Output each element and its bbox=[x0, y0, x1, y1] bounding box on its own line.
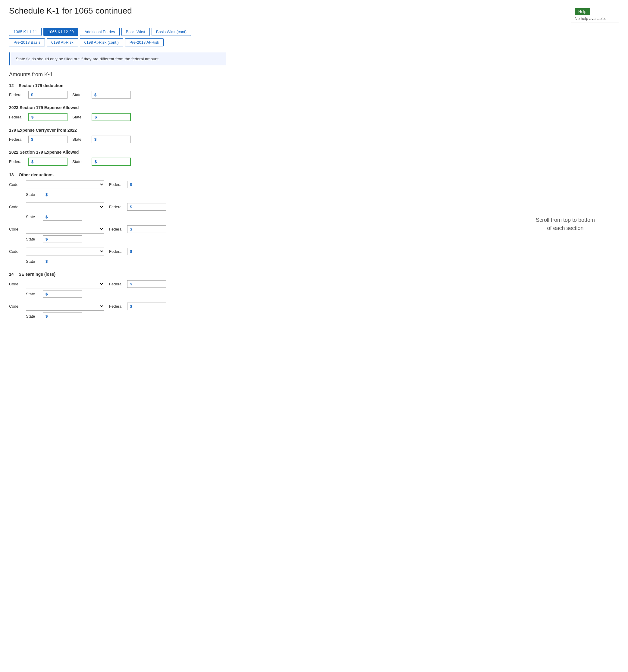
section-14-num: 14 bbox=[9, 272, 19, 277]
section-13-federal-input-4[interactable] bbox=[133, 249, 160, 254]
section-14-state-wrapper-1: $ bbox=[43, 290, 82, 298]
section-13-federal-input-1[interactable] bbox=[133, 182, 160, 187]
scroll-hint: Scroll from top to bottomof each section bbox=[536, 216, 595, 232]
section-12-state-input[interactable] bbox=[98, 93, 125, 97]
tab-1065-k1-12-20[interactable]: 1065 K1 12-20 bbox=[43, 28, 78, 36]
tabs-row-2: Pre-2018 Basis 6198 At-Risk 6198 At-Risk… bbox=[9, 38, 619, 46]
dollar-sign-13-1s: $ bbox=[46, 192, 48, 197]
section-13-state-row-3: State $ bbox=[9, 235, 619, 243]
section-13-code-select-1[interactable] bbox=[26, 180, 104, 189]
tab-basis-wkst-cont[interactable]: Basis Wkst (cont) bbox=[151, 28, 191, 36]
tab-1065-k1-1-11[interactable]: 1065 K1 1-11 bbox=[9, 28, 42, 36]
section-13-federal-input-3[interactable] bbox=[133, 227, 160, 232]
section-179-2022-federal-input[interactable] bbox=[35, 160, 62, 164]
section-12-num: 12 bbox=[9, 83, 19, 88]
section-13-code-select-2[interactable] bbox=[26, 202, 104, 211]
section-179-2023: 2023 Section 179 Expense Allowed Federal… bbox=[9, 105, 619, 121]
state-label-13-2: State bbox=[26, 215, 38, 219]
section-12-federal-input-wrapper: $ bbox=[28, 91, 68, 99]
code-label-13-2: Code bbox=[9, 205, 21, 209]
section-14: 14 SE earnings (loss) Code Federal $ Sta… bbox=[9, 272, 619, 320]
section-14-federal-wrapper-1: $ bbox=[127, 280, 166, 288]
section-13-federal-wrapper-3: $ bbox=[127, 225, 166, 233]
section-14-code-select-1[interactable] bbox=[26, 280, 104, 288]
section-14-code-row-1: Code Federal $ bbox=[9, 280, 619, 288]
section-13-num: 13 bbox=[9, 172, 19, 177]
section-179-carryover-state-wrapper: $ bbox=[92, 136, 131, 143]
amounts-section-title: Amounts from K-1 bbox=[9, 71, 619, 78]
section-179-2023-federal-row: Federal $ State $ bbox=[9, 113, 619, 121]
tab-additional-entries[interactable]: Additional Entries bbox=[80, 28, 119, 36]
section-179-2022-title: 2022 Section 179 Expense Allowed bbox=[9, 150, 619, 154]
dollar-sign-13-4f: $ bbox=[130, 249, 132, 254]
section-13-state-row-4: State $ bbox=[9, 258, 619, 265]
state-label-14-2: State bbox=[26, 314, 38, 318]
section-179-carryover-federal-input[interactable] bbox=[34, 137, 62, 142]
code-label-14-2: Code bbox=[9, 304, 21, 309]
section-179-2022-state-wrapper: $ bbox=[92, 158, 131, 166]
section-12-federal-input[interactable] bbox=[34, 93, 62, 97]
federal-label-13-2: Federal bbox=[109, 205, 122, 209]
code-label-13-1: Code bbox=[9, 182, 21, 187]
federal-label-carryover: Federal bbox=[9, 137, 24, 142]
state-label-13-4: State bbox=[26, 259, 38, 264]
section-13-code-select-3[interactable] bbox=[26, 225, 104, 234]
section-13-state-wrapper-2: $ bbox=[43, 213, 82, 221]
section-13-state-row-1: State $ bbox=[9, 191, 619, 198]
section-179-2023-federal-input[interactable] bbox=[35, 115, 62, 119]
federal-label-13-3: Federal bbox=[109, 227, 122, 232]
section-13-code-row-1: Code Federal $ bbox=[9, 180, 619, 189]
section-14-state-input-2[interactable] bbox=[49, 314, 76, 318]
section-13-state-wrapper-4: $ bbox=[43, 258, 82, 265]
section-14-state-input-1[interactable] bbox=[49, 292, 76, 296]
section-179-2022-federal-wrapper: $ bbox=[28, 158, 68, 166]
code-label-14-1: Code bbox=[9, 282, 21, 286]
federal-label-14-1: Federal bbox=[109, 282, 122, 286]
tab-basis-wkst[interactable]: Basis Wkst bbox=[121, 28, 150, 36]
section-179-carryover-state-input[interactable] bbox=[98, 137, 125, 142]
help-box: Help No help available. bbox=[571, 6, 619, 23]
section-14-code-select-2[interactable] bbox=[26, 302, 104, 311]
tab-6198-at-risk[interactable]: 6198 At-Risk bbox=[47, 38, 78, 46]
dollar-sign-13-2f: $ bbox=[130, 205, 132, 209]
dollar-sign-co-s: $ bbox=[94, 137, 96, 142]
tab-pre-2018-at-risk[interactable]: Pre-2018 At-Risk bbox=[125, 38, 164, 46]
section-179-2023-state-wrapper: $ bbox=[92, 113, 131, 121]
section-13: 13 Other deductions Code Federal $ State… bbox=[9, 172, 619, 265]
state-label-14-1: State bbox=[26, 292, 38, 296]
dollar-sign-1792023f: $ bbox=[31, 115, 33, 119]
section-13-state-input-4[interactable] bbox=[49, 259, 76, 264]
federal-label-179-2023: Federal bbox=[9, 115, 24, 119]
section-14-state-row-1: State $ bbox=[9, 290, 619, 298]
help-button[interactable]: Help bbox=[575, 8, 590, 15]
tab-pre-2018-basis[interactable]: Pre-2018 Basis bbox=[9, 38, 45, 46]
section-179-2023-title: 2023 Section 179 Expense Allowed bbox=[9, 105, 619, 110]
section-179-2023-federal-wrapper: $ bbox=[28, 113, 68, 121]
section-14-federal-input-1[interactable] bbox=[133, 282, 160, 286]
section-13-state-input-2[interactable] bbox=[49, 215, 76, 219]
section-12-federal-row: Federal $ State $ bbox=[9, 91, 619, 99]
section-13-code-select-4[interactable] bbox=[26, 247, 104, 256]
section-13-state-input-3[interactable] bbox=[49, 237, 76, 241]
section-179-2023-state-input[interactable] bbox=[98, 115, 125, 119]
state-label-12: State bbox=[72, 93, 87, 97]
dollar-sign-12f: $ bbox=[31, 93, 33, 97]
state-label-carryover: State bbox=[72, 137, 87, 142]
state-label-13-1: State bbox=[26, 192, 38, 197]
section-13-state-input-1[interactable] bbox=[49, 192, 76, 197]
page-title: Schedule K-1 for 1065 continued bbox=[9, 6, 132, 16]
section-13-code-row-2: Code Federal $ bbox=[9, 202, 619, 211]
section-179-carryover: 179 Expense Carryover from 2022 Federal … bbox=[9, 128, 619, 143]
dollar-sign-13-1f: $ bbox=[130, 182, 132, 187]
section-179-2022-state-input[interactable] bbox=[98, 160, 125, 164]
section-14-federal-input-2[interactable] bbox=[133, 304, 160, 309]
federal-label-179-2022: Federal bbox=[9, 160, 24, 164]
tab-6198-at-risk-cont[interactable]: 6198 At-Risk (cont.) bbox=[80, 38, 123, 46]
main-content: Amounts from K-1 12 Section 179 deductio… bbox=[9, 71, 619, 320]
dollar-sign-14-2f: $ bbox=[130, 304, 132, 309]
dollar-sign-13-3s: $ bbox=[46, 237, 48, 241]
section-13-federal-input-2[interactable] bbox=[133, 205, 160, 209]
code-label-13-3: Code bbox=[9, 227, 21, 232]
federal-label-13-1: Federal bbox=[109, 182, 122, 187]
section-14-state-row-2: State $ bbox=[9, 312, 619, 320]
